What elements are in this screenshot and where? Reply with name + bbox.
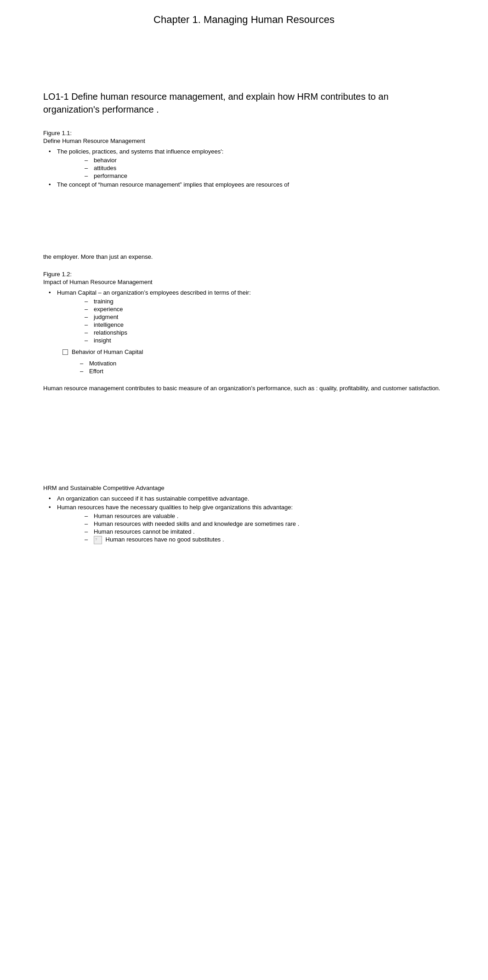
- figure1-bullet2: The concept of “human resource managemen…: [43, 181, 445, 188]
- figure1-sub-item: performance: [85, 172, 445, 179]
- figure1-continuation: the employer. More than just an expense.: [43, 252, 445, 262]
- figure1-sub-item: attitudes: [85, 165, 445, 171]
- figure2-sub-item: experience: [85, 306, 445, 313]
- figure1-block: Figure 1.1: Define Human Resource Manage…: [43, 130, 445, 188]
- lo-heading: LO1-1 Define human resource management, …: [43, 90, 445, 116]
- section2-heading: HRM and Sustainable Competitive Advantag…: [43, 484, 445, 491]
- figure1-sublist1: behavior attitudes performance: [85, 157, 445, 179]
- section2-sublist: Human resources are valuable . Human res…: [85, 513, 445, 544]
- section2-list: An organization can succeed if it has su…: [43, 495, 445, 544]
- figure2-sub-item-motivation: Motivation: [80, 360, 445, 367]
- section2-sub-rare: Human resources with needed skills and a…: [85, 520, 445, 527]
- figure2-block: Figure 1.2: Impact of Human Resource Man…: [43, 271, 445, 375]
- page-container: Chapter 1. Managing Human Resources LO1-…: [0, 0, 488, 572]
- figure2-sub-item-effort: Effort: [80, 368, 445, 375]
- lo-section: LO1-1 Define human resource management, …: [43, 90, 445, 116]
- figure2-title: Impact of Human Resource Management: [43, 279, 445, 285]
- figure1-label: Figure 1.1:: [43, 130, 445, 137]
- section2-sub-imitated: Human resources cannot be imitated .: [85, 528, 445, 535]
- figure2-sub-item: insight: [85, 337, 445, 344]
- figure2-bullet1: Human Capital – an organization’s employ…: [43, 289, 445, 344]
- figure2-list: Human Capital – an organization’s employ…: [43, 289, 445, 344]
- section2-bullet2: Human resources have the necessary quali…: [43, 504, 445, 544]
- figure2-sub-item: intelligence: [85, 321, 445, 328]
- figure2-sublist2: Motivation Effort: [80, 360, 445, 375]
- figure1-sub-item: behavior: [85, 157, 445, 164]
- paragraph1: Human resource management contributes to…: [43, 384, 445, 393]
- figure2-sublist1: training experience judgment intelligenc…: [85, 298, 445, 344]
- section2-sub-substitutes: ? Human resources have no good substitut…: [85, 536, 445, 544]
- figure2-sub-item: judgment: [85, 313, 445, 320]
- broken-image-icon: ?: [94, 536, 102, 544]
- section2-bullet1: An organization can succeed if it has su…: [43, 495, 445, 502]
- figure1-title: Define Human Resource Management: [43, 137, 445, 144]
- figure1-list: The policies, practices, and systems tha…: [43, 148, 445, 188]
- figure1-bullet1: The policies, practices, and systems tha…: [43, 148, 445, 179]
- figure2-sub-item: training: [85, 298, 445, 305]
- page-title: Chapter 1. Managing Human Resources: [43, 9, 445, 26]
- square-bullet-icon: [62, 349, 68, 355]
- figure2-sub-item: relationships: [85, 329, 445, 336]
- section2-sub-valuable: Human resources are valuable .: [85, 513, 445, 519]
- figure2-square-bullet-item: Behavior of Human Capital: [49, 348, 445, 355]
- figure2-label: Figure 1.2:: [43, 271, 445, 278]
- section2-block: HRM and Sustainable Competitive Advantag…: [43, 484, 445, 544]
